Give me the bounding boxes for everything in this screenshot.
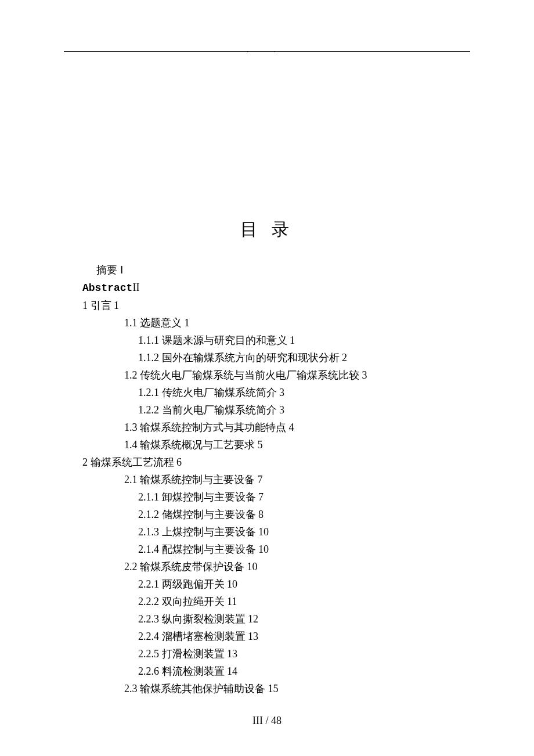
toc-num: 1.1 (124, 317, 138, 329)
toc-num: 2.3 (124, 683, 138, 694)
toc-label: 引言 (91, 300, 111, 311)
toc-entry: 1.4 输煤系统概况与工艺要求 5 (82, 436, 470, 453)
toc-entry: 2.2 输煤系统皮带保护设备 10 (82, 558, 470, 575)
toc-num: 1.2 (124, 369, 138, 381)
toc-entry: 1.1.1 课题来源与研究目的和意义 1 (82, 332, 470, 349)
toc-entry: 1.1.2 国外在输煤系统方向的研究和现状分析 2 (82, 349, 470, 366)
toc-list: 摘要 Ⅰ AbstractII 1 引言 1 1.1 选题意义 1 1.1.1 … (82, 261, 470, 697)
toc-page: 11 (227, 596, 237, 607)
toc-label: 卸煤控制与主要设备 (162, 491, 256, 503)
toc-num: 2.2.4 (138, 631, 159, 642)
toc-entry: 2.1.3 上煤控制与主要设备 10 (82, 523, 470, 541)
toc-page: 15 (268, 683, 279, 694)
toc-page: 3 (279, 404, 284, 416)
toc-label: 双向拉绳开关 (162, 596, 225, 607)
toc-title: 目 录 (0, 218, 534, 242)
toc-label: 选题意义 (140, 317, 182, 329)
toc-num: 2.1.1 (138, 491, 159, 503)
toc-page: 3 (362, 369, 367, 381)
toc-entry-abstract-en: AbstractII (82, 279, 470, 297)
toc-page: 10 (227, 578, 237, 590)
toc-page: 14 (227, 665, 237, 677)
toc-page: 1 (290, 334, 295, 346)
toc-label: 两级跑偏开关 (162, 578, 225, 590)
toc-page: Ⅰ (120, 264, 123, 276)
toc-entry: 2.2.3 纵向撕裂检测装置 12 (82, 610, 470, 628)
toc-label: 摘要 (96, 264, 117, 276)
toc-label: 国外在输煤系统方向的研究和现状分析 (162, 352, 340, 363)
toc-entry: 2.2.4 溜槽堵塞检测装置 13 (82, 628, 470, 645)
toc-entry: 2.1 输煤系统控制与主要设备 7 (82, 471, 470, 488)
toc-page: 1 (114, 300, 119, 311)
toc-entry: 2.3 输煤系统其他保护辅助设备 15 (82, 680, 470, 697)
toc-num: 2.1 (124, 474, 138, 485)
toc-page: 10 (247, 561, 258, 573)
toc-entry: 2.1.2 储煤控制与主要设备 8 (82, 506, 470, 523)
toc-label: 传统火电厂输煤系统与当前火电厂输煤系统比较 (140, 369, 359, 381)
toc-num: 2.2.2 (138, 596, 159, 607)
toc-label: 溜槽堵塞检测装置 (162, 631, 246, 642)
toc-label: 当前火电厂输煤系统简介 (162, 404, 277, 416)
toc-num: 2.1.2 (138, 509, 159, 520)
toc-entry: 1 引言 1 (82, 297, 470, 314)
toc-num: 2.1.4 (138, 543, 159, 555)
toc-num: 1.2.1 (138, 387, 159, 398)
toc-num: 1.4 (124, 439, 138, 451)
toc-page: 5 (258, 439, 263, 451)
toc-page: 3 (279, 387, 284, 398)
toc-page: 8 (258, 509, 264, 520)
toc-num: 1.1.2 (138, 352, 159, 363)
page-footer: III / 48 (0, 715, 534, 727)
toc-num: 1.3 (124, 422, 138, 433)
toc-label: 上煤控制与主要设备 (162, 526, 256, 538)
toc-label: 输煤系统其他保护辅助设备 (140, 683, 265, 694)
toc-num: 2.2.3 (138, 613, 159, 625)
toc-label: 配煤控制与主要设备 (162, 543, 256, 555)
toc-entry: 2.1.1 卸煤控制与主要设备 7 (82, 488, 470, 506)
toc-num: 1.1.1 (138, 334, 159, 346)
toc-label: 输煤系统皮带保护设备 (140, 561, 244, 573)
toc-label: 输煤系统工艺流程 (91, 456, 174, 468)
toc-entry: 1.2 传统火电厂输煤系统与当前火电厂输煤系统比较 3 (82, 366, 470, 384)
toc-num: 1 (82, 300, 88, 311)
toc-label: Abstract (82, 282, 132, 294)
toc-page: 12 (248, 613, 258, 625)
toc-page: 1 (185, 317, 190, 329)
toc-num: 2.2 (124, 561, 138, 573)
toc-entry: 2.1.4 配煤控制与主要设备 10 (82, 541, 470, 558)
toc-num: 2.2.5 (138, 648, 159, 660)
toc-page: 10 (258, 526, 269, 538)
toc-num: 2.2.1 (138, 578, 159, 590)
toc-entry: 2.2.5 打滑检测装置 13 (82, 645, 470, 663)
toc-page: 10 (258, 543, 269, 555)
toc-page: 7 (258, 491, 264, 503)
toc-label: 输煤系统控制与主要设备 (140, 474, 255, 485)
toc-label: 储煤控制与主要设备 (162, 509, 256, 520)
toc-page: II (132, 282, 139, 293)
toc-entry: 1.2.1 传统火电厂输煤系统简介 3 (82, 384, 470, 401)
toc-page: 13 (227, 648, 237, 660)
toc-entry: 2.2.1 两级跑偏开关 10 (82, 575, 470, 593)
toc-num: 2.1.3 (138, 526, 159, 538)
toc-num: 2 (82, 456, 88, 468)
toc-label: 输煤系统概况与工艺要求 (140, 439, 255, 451)
toc-num: 2.2.6 (138, 665, 159, 677)
toc-page: 2 (342, 352, 347, 363)
toc-label: 料流检测装置 (162, 665, 225, 677)
toc-entry: 2.2.6 料流检测装置 14 (82, 663, 470, 680)
toc-entry: 1.2.2 当前火电厂输煤系统简介 3 (82, 401, 470, 419)
toc-label: 打滑检测装置 (162, 648, 225, 660)
toc-label: 输煤系统控制方式与其功能特点 (140, 422, 286, 433)
toc-num: 1.2.2 (138, 404, 159, 416)
toc-entry: 1.1 选题意义 1 (82, 314, 470, 332)
header-rule (64, 51, 470, 52)
toc-page: 6 (176, 456, 182, 468)
toc-entry: 2.2.2 双向拉绳开关 11 (82, 593, 470, 610)
toc-label: 传统火电厂输煤系统简介 (162, 387, 277, 398)
toc-page: 13 (248, 631, 258, 642)
toc-entry: 2 输煤系统工艺流程 6 (82, 453, 470, 471)
header-marker: . . (247, 45, 287, 55)
toc-entry: 1.3 输煤系统控制方式与其功能特点 4 (82, 419, 470, 436)
toc-label: 课题来源与研究目的和意义 (162, 334, 287, 346)
toc-page: 4 (289, 422, 294, 433)
